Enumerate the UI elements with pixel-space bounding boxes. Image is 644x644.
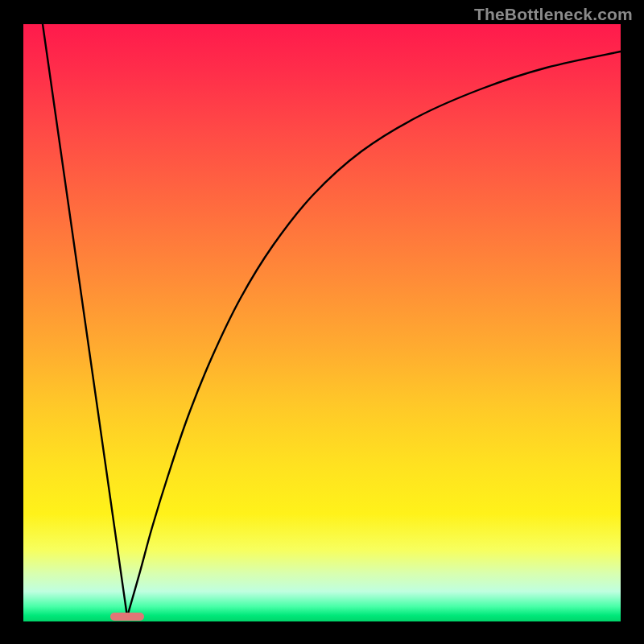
watermark-text: TheBottleneck.com <box>474 5 633 24</box>
left-line <box>43 24 127 617</box>
chart-frame: TheBottleneck.com <box>0 0 644 644</box>
chart-curves <box>23 24 621 621</box>
bottleneck-marker <box>110 613 144 621</box>
right-curve <box>127 52 621 617</box>
plot-area <box>23 24 621 621</box>
